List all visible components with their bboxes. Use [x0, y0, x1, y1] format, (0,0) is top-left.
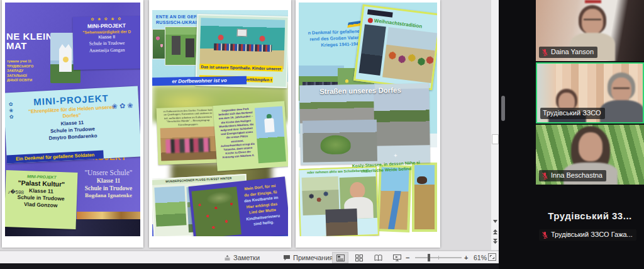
photo-interior	[359, 24, 386, 76]
fit-to-window-icon	[488, 253, 496, 261]
strassen-title: Straßen unseres Dorfes	[319, 86, 401, 95]
slide-sorter-button[interactable]	[351, 252, 367, 263]
canal-water	[388, 191, 401, 229]
canvas-scrollbar[interactable]	[491, 0, 499, 251]
photo-window	[367, 9, 393, 18]
slide-sorter-icon	[355, 255, 363, 261]
zoom-level[interactable]: 61%	[474, 251, 487, 264]
card-author: Bogdana Ignatenke	[77, 192, 140, 198]
photo-children-hall	[160, 126, 218, 161]
participant-name: Трудівський ЗЗСО Гажа...	[551, 230, 633, 239]
participant-nametag: Inna Beschastna	[539, 170, 606, 181]
zoom-slider-thumb[interactable]	[428, 254, 430, 261]
comments-icon	[283, 255, 291, 261]
plus-mark: +	[394, 152, 397, 159]
participant-name: Inna Beschastna	[551, 171, 602, 180]
zoom-slider[interactable]	[415, 257, 462, 258]
video-tile-trudivskyi-zzso[interactable]: Трудівський ЗЗСО	[536, 62, 644, 123]
fit-to-window-button[interactable]	[488, 253, 496, 262]
scroll-down-icon[interactable]	[491, 218, 499, 226]
monument-sun	[63, 57, 69, 62]
screen: NE KLEINE MAT тували учні 11 ТРУДІВСЬКОГ…	[0, 0, 644, 269]
christmas-ball-icon	[367, 18, 373, 23]
reading-view-button[interactable]	[370, 252, 386, 263]
card-school: Schule in Trudowe	[77, 185, 140, 192]
participant-nametag: Трудівський ЗЗСО Гажа...	[539, 229, 636, 241]
card-weihnachtstradition: Weihnachtstradition	[353, 4, 437, 90]
bush	[320, 135, 351, 154]
video-tile-daina-yanson[interactable]: Daina Yanson	[536, 0, 644, 61]
photo-church	[255, 106, 286, 163]
zoom-in-button[interactable]: +	[464, 251, 472, 264]
card-schulleben: nder nehmen aktiv am Schulleben teil	[299, 166, 379, 236]
card-palast-kultur: ♪�598 MINI-PROJEKT "Palast Kultur" Klass…	[5, 170, 78, 229]
basketball-backboard	[237, 29, 247, 37]
card-kirche: Gegenüber dem Park befindet sich das Den…	[213, 101, 288, 171]
child-face	[350, 182, 365, 199]
video-tile-inna-beschastna[interactable]: Inna Beschastna	[536, 125, 644, 185]
zoom-slider-tick	[438, 256, 439, 260]
participant-name: Daina Yanson	[551, 47, 594, 57]
participant-display-name: Трудівський 33...	[536, 210, 644, 221]
kulturzentrum-text: m Kulturzentrum des Dorfes Trudowe hab a…	[156, 106, 219, 127]
kirche-text: Gegenüber dem Park befindet sich das Den…	[216, 106, 258, 160]
photo-field	[154, 186, 186, 226]
background-detail	[585, 0, 601, 3]
scrollbar-thumb[interactable]	[492, 134, 499, 144]
card-subtitle: "Unsere Schule"	[77, 169, 140, 176]
card-klasse: Klasse 11	[77, 178, 140, 184]
photo-tulip-meadow	[191, 186, 242, 236]
photo-costumed-group	[382, 27, 437, 83]
slideshow-button[interactable]	[389, 252, 405, 263]
card-klasse: Klasse II	[73, 34, 140, 40]
zoom-out-button[interactable]: −	[406, 251, 413, 264]
previous-slide-icon[interactable]	[491, 227, 499, 236]
presentation-app: NE KLEINE MAT тували учні 11 ТРУДІВСЬКОГ…	[0, 0, 499, 269]
card-sehenswuerdigkeit: ✿ ❀ ✿ ❀ ✿ MINI-PROJEKT "Sehenswürdigkeit…	[72, 16, 140, 70]
church-building	[264, 118, 274, 132]
muted-mic-icon	[541, 49, 548, 56]
slide3-background: n Denkmal für gefallene Solda rend des G…	[299, 3, 437, 236]
photo-flowers	[152, 29, 166, 59]
reading-view-icon	[374, 255, 382, 261]
card-ehrenplaetze: ✿ ❀ ✿ ❀ ✿ ❀ MINI-PROJEKT "Ehrenplätze fü…	[5, 86, 140, 163]
comments-label: Примечания	[293, 251, 333, 264]
monument-shape	[172, 36, 180, 55]
card-author: Anastasija Gangan	[73, 47, 140, 54]
slide-page-3[interactable]: n Denkmal für gefallene Solda rend des G…	[296, 0, 440, 248]
vc-scrollbar-thumb[interactable]	[501, 96, 505, 121]
slide2-background: ENTE AN DIE GEFALLENEN SO RUSSISCH-UKRAI…	[152, 3, 288, 236]
gym-target	[259, 36, 265, 42]
children-figures	[165, 138, 210, 153]
normal-view-icon	[336, 255, 345, 261]
slide-page-1[interactable]: NE KLEINE MAT тували учні 11 ТРУДІВСЬКОГ…	[2, 0, 143, 248]
slide1-heimat-subtext: тували учні 11 ТРУДІВСЬКОГО ЗАКЛАДУ ЗАГА…	[7, 59, 33, 83]
dorfbewohner-banner: er Dorfbewohner ist vo	[152, 76, 247, 86]
slide1-background: NE KLEINE MAT тували учні 11 ТРУДІВСЬКОГ…	[5, 3, 140, 236]
photo-children-dark	[325, 209, 357, 236]
comments-button[interactable]: Примечания	[283, 251, 333, 264]
normal-view-button[interactable]	[332, 252, 348, 263]
gym-target	[218, 35, 223, 40]
notes-icon	[224, 255, 231, 261]
flower-decor: ✿ ❀ ✿ ❀ ✿	[72, 16, 140, 22]
video-conference-panel: Daina Yanson Трудівський ЗЗСО	[499, 0, 644, 269]
notes-button[interactable]: Заметки	[224, 251, 260, 264]
slide-page-2[interactable]: ENTE AN DIE GEFALLENEN SO RUSSISCH-UKRAI…	[149, 0, 291, 248]
glasses	[584, 19, 601, 21]
flower-decor: ✿ ❀ ✿	[6, 101, 16, 121]
slideshow-icon	[393, 255, 401, 261]
next-slide-icon[interactable]	[491, 237, 499, 245]
photo-street-2	[374, 88, 430, 146]
card-unsere-schule: "Unsere Schule" Klasse 11 Schule in Trud…	[77, 168, 140, 212]
photo-street-3	[303, 120, 377, 163]
video-tile-trudivskyi-camera-off[interactable]: Трудівський 33... Трудівський ЗЗСО Гажа.…	[536, 186, 644, 249]
slide-canvas[interactable]: NE KLEINE MAT тували учні 11 ТРУДІВСЬКОГ…	[0, 0, 499, 251]
mein-dorf-text: Mein Dorf, für mi du der Einzige, fü das…	[236, 182, 287, 229]
card-title: MINI-PROJEKT	[72, 22, 140, 30]
muted-mic-icon	[541, 231, 548, 239]
participant-nametag: Трудівський ЗЗСО	[540, 108, 605, 119]
notes-label: Заметки	[233, 251, 260, 264]
glasses	[613, 88, 630, 90]
status-bar: Заметки Примечания − +	[0, 251, 499, 263]
